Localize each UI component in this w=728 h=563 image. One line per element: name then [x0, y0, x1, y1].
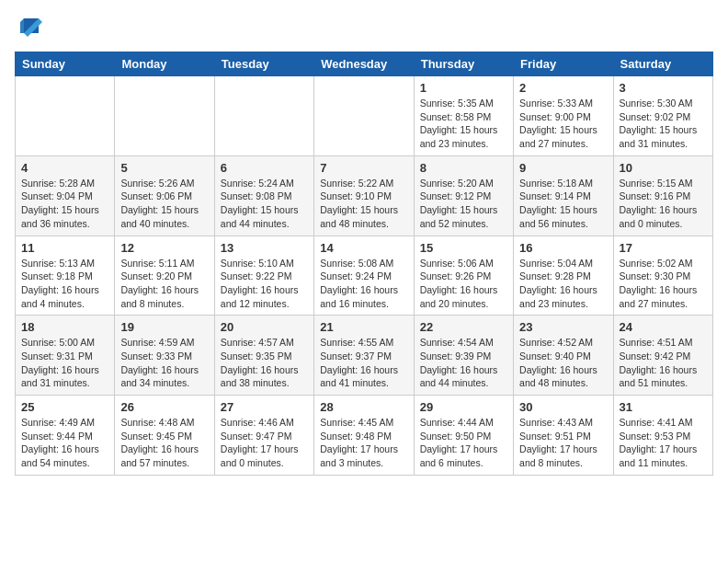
calendar-cell: 4Sunrise: 5:28 AM Sunset: 9:04 PM Daylig… — [16, 155, 115, 236]
day-number: 24 — [620, 320, 707, 334]
calendar-cell: 9Sunrise: 5:18 AM Sunset: 9:14 PM Daylig… — [514, 155, 613, 236]
day-info: Sunrise: 4:45 AM Sunset: 9:48 PM Dayligh… — [320, 416, 407, 470]
calendar-cell — [16, 76, 115, 156]
calendar-week-row: 4Sunrise: 5:28 AM Sunset: 9:04 PM Daylig… — [16, 155, 713, 236]
calendar-cell: 10Sunrise: 5:15 AM Sunset: 9:16 PM Dayli… — [613, 155, 712, 236]
day-number: 16 — [519, 241, 607, 255]
calendar-header-row: SundayMondayTuesdayWednesdayThursdayFrid… — [16, 52, 713, 76]
day-info: Sunrise: 4:57 AM Sunset: 9:35 PM Dayligh… — [221, 336, 308, 390]
day-number: 2 — [519, 81, 607, 95]
header-monday: Monday — [115, 52, 214, 76]
day-info: Sunrise: 5:33 AM Sunset: 9:00 PM Dayligh… — [519, 97, 607, 151]
day-info: Sunrise: 5:06 AM Sunset: 9:26 PM Dayligh… — [420, 257, 507, 311]
calendar-cell: 14Sunrise: 5:08 AM Sunset: 9:24 PM Dayli… — [314, 236, 414, 316]
day-info: Sunrise: 5:15 AM Sunset: 9:16 PM Dayligh… — [620, 177, 707, 231]
day-number: 30 — [519, 400, 607, 414]
header-tuesday: Tuesday — [214, 52, 313, 76]
calendar-cell: 22Sunrise: 4:54 AM Sunset: 9:39 PM Dayli… — [414, 316, 513, 396]
day-number: 27 — [221, 400, 308, 414]
calendar-week-row: 11Sunrise: 5:13 AM Sunset: 9:18 PM Dayli… — [16, 236, 713, 316]
day-number: 22 — [420, 320, 507, 334]
day-info: Sunrise: 5:30 AM Sunset: 9:02 PM Dayligh… — [620, 97, 707, 151]
calendar-cell: 23Sunrise: 4:52 AM Sunset: 9:40 PM Dayli… — [514, 316, 613, 396]
day-number: 9 — [519, 161, 607, 175]
calendar-cell: 31Sunrise: 4:41 AM Sunset: 9:53 PM Dayli… — [613, 396, 712, 476]
day-info: Sunrise: 4:48 AM Sunset: 9:45 PM Dayligh… — [120, 416, 208, 470]
calendar-cell: 25Sunrise: 4:49 AM Sunset: 9:44 PM Dayli… — [16, 396, 115, 476]
day-number: 23 — [519, 320, 607, 334]
calendar-cell: 11Sunrise: 5:13 AM Sunset: 9:18 PM Dayli… — [16, 236, 115, 316]
day-number: 25 — [21, 400, 108, 414]
day-info: Sunrise: 5:28 AM Sunset: 9:04 PM Dayligh… — [21, 177, 108, 231]
calendar-cell: 18Sunrise: 5:00 AM Sunset: 9:31 PM Dayli… — [16, 316, 115, 396]
day-number: 13 — [221, 241, 308, 255]
calendar-cell: 27Sunrise: 4:46 AM Sunset: 9:47 PM Dayli… — [214, 396, 313, 476]
day-info: Sunrise: 5:04 AM Sunset: 9:28 PM Dayligh… — [519, 257, 607, 311]
day-number: 7 — [320, 161, 407, 175]
calendar-cell: 17Sunrise: 5:02 AM Sunset: 9:30 PM Dayli… — [613, 236, 712, 316]
day-info: Sunrise: 4:51 AM Sunset: 9:42 PM Dayligh… — [620, 336, 707, 390]
day-info: Sunrise: 4:44 AM Sunset: 9:50 PM Dayligh… — [420, 416, 507, 470]
svg-marker-2 — [20, 18, 24, 33]
calendar-cell: 24Sunrise: 4:51 AM Sunset: 9:42 PM Dayli… — [613, 316, 712, 396]
calendar-cell: 7Sunrise: 5:22 AM Sunset: 9:10 PM Daylig… — [314, 155, 414, 236]
day-number: 21 — [320, 320, 407, 334]
calendar-cell: 13Sunrise: 5:10 AM Sunset: 9:22 PM Dayli… — [214, 236, 313, 316]
day-number: 5 — [120, 161, 208, 175]
header-sunday: Sunday — [16, 52, 115, 76]
day-info: Sunrise: 5:22 AM Sunset: 9:10 PM Dayligh… — [320, 177, 407, 231]
header-friday: Friday — [514, 52, 613, 76]
day-number: 20 — [221, 320, 308, 334]
day-number: 1 — [420, 81, 507, 95]
day-info: Sunrise: 5:35 AM Sunset: 8:58 PM Dayligh… — [420, 97, 507, 151]
day-info: Sunrise: 4:54 AM Sunset: 9:39 PM Dayligh… — [420, 336, 507, 390]
calendar-cell: 29Sunrise: 4:44 AM Sunset: 9:50 PM Dayli… — [414, 396, 513, 476]
day-number: 14 — [320, 241, 407, 255]
day-info: Sunrise: 4:46 AM Sunset: 9:47 PM Dayligh… — [221, 416, 308, 470]
day-number: 26 — [120, 400, 208, 414]
day-info: Sunrise: 5:11 AM Sunset: 9:20 PM Dayligh… — [120, 257, 208, 311]
day-info: Sunrise: 5:20 AM Sunset: 9:12 PM Dayligh… — [420, 177, 507, 231]
day-info: Sunrise: 4:41 AM Sunset: 9:53 PM Dayligh… — [620, 416, 707, 470]
day-number: 6 — [221, 161, 308, 175]
day-number: 19 — [120, 320, 208, 334]
calendar-cell — [214, 76, 313, 156]
day-info: Sunrise: 5:00 AM Sunset: 9:31 PM Dayligh… — [21, 336, 108, 390]
calendar-cell: 19Sunrise: 4:59 AM Sunset: 9:33 PM Dayli… — [115, 316, 214, 396]
day-number: 18 — [21, 320, 108, 334]
calendar-cell: 30Sunrise: 4:43 AM Sunset: 9:51 PM Dayli… — [514, 396, 613, 476]
calendar-week-row: 25Sunrise: 4:49 AM Sunset: 9:44 PM Dayli… — [16, 396, 713, 476]
day-info: Sunrise: 5:24 AM Sunset: 9:08 PM Dayligh… — [221, 177, 308, 231]
header-thursday: Thursday — [414, 52, 513, 76]
logo — [15, 15, 42, 40]
calendar-week-row: 18Sunrise: 5:00 AM Sunset: 9:31 PM Dayli… — [16, 316, 713, 396]
day-number: 10 — [620, 161, 707, 175]
calendar-cell: 12Sunrise: 5:11 AM Sunset: 9:20 PM Dayli… — [115, 236, 214, 316]
day-number: 31 — [620, 400, 707, 414]
page-header — [15, 15, 713, 40]
calendar-cell — [115, 76, 214, 156]
header-saturday: Saturday — [613, 52, 712, 76]
day-number: 29 — [420, 400, 507, 414]
day-number: 28 — [320, 400, 407, 414]
calendar-cell: 26Sunrise: 4:48 AM Sunset: 9:45 PM Dayli… — [115, 396, 214, 476]
day-number: 3 — [620, 81, 707, 95]
calendar-cell: 2Sunrise: 5:33 AM Sunset: 9:00 PM Daylig… — [514, 76, 613, 156]
day-info: Sunrise: 5:10 AM Sunset: 9:22 PM Dayligh… — [221, 257, 308, 311]
day-info: Sunrise: 4:52 AM Sunset: 9:40 PM Dayligh… — [519, 336, 607, 390]
day-info: Sunrise: 4:59 AM Sunset: 9:33 PM Dayligh… — [120, 336, 208, 390]
calendar-cell: 20Sunrise: 4:57 AM Sunset: 9:35 PM Dayli… — [214, 316, 313, 396]
calendar-cell: 28Sunrise: 4:45 AM Sunset: 9:48 PM Dayli… — [314, 396, 414, 476]
day-number: 4 — [21, 161, 108, 175]
day-info: Sunrise: 5:18 AM Sunset: 9:14 PM Dayligh… — [519, 177, 607, 231]
header-wednesday: Wednesday — [314, 52, 414, 76]
calendar-cell: 3Sunrise: 5:30 AM Sunset: 9:02 PM Daylig… — [613, 76, 712, 156]
calendar-cell: 6Sunrise: 5:24 AM Sunset: 9:08 PM Daylig… — [214, 155, 313, 236]
day-info: Sunrise: 5:08 AM Sunset: 9:24 PM Dayligh… — [320, 257, 407, 311]
calendar-week-row: 1Sunrise: 5:35 AM Sunset: 8:58 PM Daylig… — [16, 76, 713, 156]
day-info: Sunrise: 4:49 AM Sunset: 9:44 PM Dayligh… — [21, 416, 108, 470]
day-number: 12 — [120, 241, 208, 255]
day-info: Sunrise: 5:13 AM Sunset: 9:18 PM Dayligh… — [21, 257, 108, 311]
calendar-cell: 15Sunrise: 5:06 AM Sunset: 9:26 PM Dayli… — [414, 236, 513, 316]
logo-icon — [17, 15, 42, 40]
